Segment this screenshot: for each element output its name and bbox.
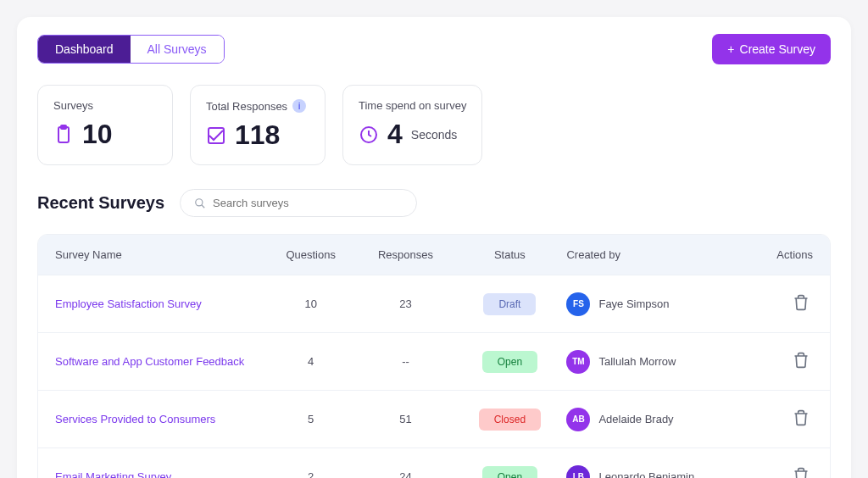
trash-icon (793, 467, 810, 478)
th-responses: Responses (359, 248, 453, 261)
status-badge: Draft (483, 293, 536, 315)
stat-time: Time spend on survey 4 Seconds (342, 85, 482, 165)
svg-point-4 (196, 198, 203, 205)
cell-actions (737, 464, 813, 478)
avatar: TM (566, 350, 590, 374)
creator-name: Adelaide Brady (598, 413, 673, 425)
stat-time-unit: Seconds (411, 128, 457, 142)
create-survey-button[interactable]: + Create Survey (712, 34, 831, 64)
trash-icon (793, 294, 810, 311)
table-header: Survey Name Questions Responses Status C… (38, 235, 830, 275)
cell-actions (737, 291, 813, 317)
surveys-table: Survey Name Questions Responses Status C… (37, 234, 831, 478)
delete-button[interactable] (789, 348, 813, 375)
avatar: FS (566, 292, 590, 316)
section-head: Recent Surveys (37, 189, 831, 217)
cell-responses: 23 (359, 297, 453, 310)
cell-creator: FS Faye Simpson (566, 292, 737, 316)
table-row: Email Marketing Survey 2 24 Open LB Leon… (38, 447, 830, 478)
th-actions: Actions (737, 248, 813, 261)
cell-responses: -- (359, 355, 453, 368)
svg-rect-2 (209, 128, 224, 143)
tab-all-surveys[interactable]: All Surveys (131, 36, 224, 63)
table-row: Services Provided to Consumers 5 51 Clos… (38, 390, 830, 447)
survey-name-link[interactable]: Employee Satisfaction Survey (55, 297, 264, 310)
cell-actions (737, 406, 813, 432)
creator-name: Tallulah Morrow (598, 355, 676, 368)
stat-time-value: 4 (387, 119, 403, 150)
avatar: LB (566, 465, 590, 479)
th-created-by: Created by (566, 248, 737, 261)
section-title: Recent Surveys (37, 193, 164, 213)
cell-responses: 24 (359, 470, 453, 478)
status-badge: Open (482, 466, 537, 479)
stat-responses: Total Responses i 118 (190, 85, 326, 165)
cell-status: Closed (453, 409, 566, 431)
survey-name-link[interactable]: Email Marketing Survey (55, 470, 264, 478)
create-survey-label: Create Survey (740, 42, 815, 56)
table-row: Employee Satisfaction Survey 10 23 Draft… (38, 275, 830, 332)
delete-button[interactable] (789, 464, 813, 478)
creator-name: Faye Simpson (598, 297, 669, 310)
search-input[interactable] (213, 197, 403, 209)
tab-dashboard[interactable]: Dashboard (38, 36, 131, 63)
check-square-icon (206, 125, 226, 146)
tabs: Dashboard All Surveys (37, 35, 225, 64)
stats-row: Surveys 10 Total Responses i 118 Time sp… (37, 85, 831, 165)
clipboard-icon (53, 125, 74, 145)
cell-questions: 4 (264, 355, 359, 368)
cell-questions: 5 (264, 413, 359, 425)
cell-actions (737, 348, 813, 375)
cell-status: Open (453, 351, 566, 373)
cell-status: Draft (453, 293, 566, 315)
cell-status: Open (453, 466, 566, 479)
creator-name: Leonardo Benjamin (598, 470, 694, 478)
stat-surveys: Surveys 10 (37, 85, 173, 165)
stat-surveys-value: 10 (82, 119, 113, 150)
cell-creator: LB Leonardo Benjamin (566, 465, 737, 479)
cell-questions: 2 (264, 470, 359, 478)
search-icon (194, 197, 206, 209)
stat-responses-value: 118 (235, 119, 280, 151)
topbar: Dashboard All Surveys + Create Survey (37, 34, 831, 64)
app-container: Dashboard All Surveys + Create Survey Su… (17, 17, 851, 478)
survey-name-link[interactable]: Services Provided to Consumers (55, 413, 264, 425)
delete-button[interactable] (789, 291, 813, 317)
stat-responses-label: Total Responses (206, 100, 287, 113)
th-status: Status (453, 248, 566, 261)
plus-icon: + (727, 42, 734, 56)
search-box[interactable] (180, 189, 417, 217)
trash-icon (793, 352, 810, 369)
th-name: Survey Name (55, 248, 264, 261)
survey-name-link[interactable]: Software and App Customer Feedback (55, 355, 264, 368)
clock-icon (359, 125, 379, 145)
stat-surveys-label: Surveys (53, 99, 157, 112)
trash-icon (793, 409, 810, 426)
stat-time-label: Time spend on survey (359, 99, 466, 112)
avatar: AB (566, 408, 590, 431)
cell-questions: 10 (264, 297, 359, 310)
table-row: Software and App Customer Feedback 4 -- … (38, 332, 830, 390)
delete-button[interactable] (789, 406, 813, 432)
th-questions: Questions (264, 248, 359, 261)
cell-creator: TM Tallulah Morrow (566, 350, 737, 374)
status-badge: Open (482, 351, 537, 373)
status-badge: Closed (479, 409, 541, 431)
info-icon[interactable]: i (292, 99, 306, 113)
cell-responses: 51 (359, 413, 453, 425)
cell-creator: AB Adelaide Brady (566, 408, 737, 431)
